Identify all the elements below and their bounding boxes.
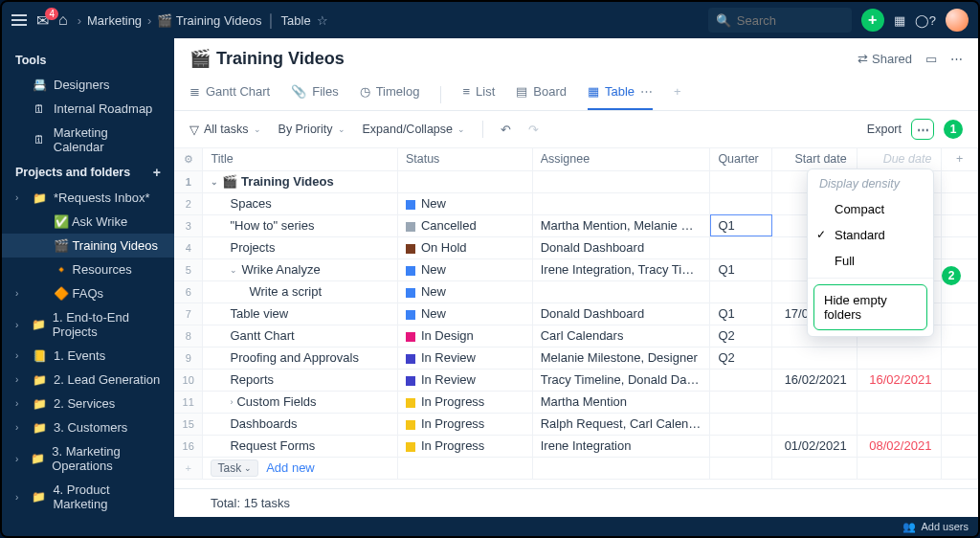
add-users-icon[interactable]: 👥: [902, 521, 916, 533]
column-add[interactable]: +: [942, 148, 978, 170]
create-button[interactable]: +: [861, 9, 884, 32]
sidebar-item[interactable]: ›🔶 FAQs: [2, 281, 174, 305]
menu-icon[interactable]: [11, 14, 27, 26]
density-full[interactable]: Full: [808, 248, 933, 274]
add-users-button[interactable]: Add users: [921, 521, 969, 532]
tab-gantt[interactable]: ≣Gantt Chart: [189, 78, 270, 110]
tab-table[interactable]: ▦Table ⋯: [588, 78, 653, 110]
table-row[interactable]: 9 Proofing and Approvals In Review Melan…: [174, 347, 978, 369]
sidebar-item[interactable]: ›📁2. Lead Generation: [2, 368, 174, 392]
density-standard[interactable]: ✓Standard: [808, 222, 933, 248]
sidebar-section-tools: Tools: [2, 48, 174, 73]
title-icon: 🎬: [189, 48, 211, 69]
sidebar-tool-item[interactable]: 📇Designers: [2, 73, 174, 97]
pin-icon[interactable]: ☆: [317, 13, 328, 28]
display-density-menu: Display density Compact ✓Standard Full H…: [807, 168, 934, 337]
help-icon[interactable]: ◯?: [915, 13, 936, 28]
expand-collapse[interactable]: Expand/Collapse⌄: [363, 123, 466, 136]
sidebar-tool-item[interactable]: 🗓Internal Roadmap: [2, 97, 174, 121]
column-status[interactable]: Status: [397, 148, 532, 170]
avatar[interactable]: [946, 9, 969, 32]
sidebar: Tools 📇Designers🗓Internal Roadmap🗓Market…: [2, 38, 174, 517]
callout-1: 1: [944, 120, 963, 139]
sidebar-item[interactable]: ›📁3. Customers: [2, 415, 174, 439]
sidebar-item[interactable]: ✅ Ask Wrike: [2, 210, 174, 234]
column-title[interactable]: Title: [203, 148, 397, 170]
density-compact[interactable]: Compact: [808, 196, 933, 222]
sidebar-item[interactable]: ›📁*Requests Inbox*: [2, 186, 174, 210]
callout-2: 2: [942, 266, 961, 285]
column-gear[interactable]: ⚙: [174, 148, 203, 170]
table-toolbar: ▽All tasks⌄ By Priority⌄ Expand/Collapse…: [174, 111, 978, 148]
breadcrumb: › Marketing › 🎬 Training Videos │ Table …: [78, 13, 328, 28]
topbar: ✉4 ⌂ › Marketing › 🎬 Training Videos │ T…: [2, 2, 978, 38]
home-icon[interactable]: ⌂: [58, 11, 68, 29]
sidebar-item[interactable]: ›📁1. End-to-End Projects: [2, 305, 174, 344]
sidebar-item[interactable]: 🔸 Resources: [2, 258, 174, 281]
column-start[interactable]: Start date: [772, 148, 858, 170]
sidebar-item[interactable]: 🎬 Training Videos: [2, 234, 174, 258]
folder-icon[interactable]: ▭: [925, 52, 937, 66]
main: 🎬 Training Videos ⇄ Shared ▭ ⋯ ≣Gantt Ch…: [174, 38, 978, 517]
tab-add[interactable]: +: [674, 78, 681, 110]
breadcrumb-current[interactable]: 🎬 Training Videos: [157, 13, 261, 28]
view-tabs: ≣Gantt Chart 📎Files ◷Timelog ≡List ▤Boar…: [174, 73, 978, 111]
tab-board[interactable]: ▤Board: [516, 78, 567, 110]
tab-files[interactable]: 📎Files: [291, 78, 338, 110]
add-project-icon[interactable]: +: [153, 165, 161, 180]
density-header: Display density: [808, 169, 933, 196]
bottom-bar: 👥 Add users: [2, 517, 978, 536]
add-new-row[interactable]: + Task ⌄Add new: [174, 457, 978, 479]
search-input[interactable]: 🔍: [708, 8, 852, 33]
check-icon: ✓: [816, 228, 826, 241]
tab-list[interactable]: ≡List: [462, 78, 495, 110]
shared-button[interactable]: ⇄ Shared: [858, 52, 912, 66]
sidebar-section-projects: Projects and folders +: [2, 159, 174, 186]
sidebar-item[interactable]: ›📁3. Marketing Operations: [2, 439, 174, 478]
breadcrumb-view[interactable]: Table: [281, 13, 311, 28]
filter-all-tasks[interactable]: ▽All tasks⌄: [189, 123, 261, 137]
export-button[interactable]: Export: [867, 123, 902, 136]
table-row[interactable]: 16 Request Forms In Progress Irene Integ…: [174, 435, 978, 457]
sidebar-tool-item[interactable]: 🗓Marketing Calendar: [2, 121, 174, 159]
sidebar-item[interactable]: ›📁2. Services: [2, 392, 174, 415]
tab-timelog[interactable]: ◷Timelog: [360, 78, 420, 110]
table-row[interactable]: 11 ›Custom Fields In Progress Martha Men…: [174, 391, 978, 413]
sidebar-item[interactable]: ›📒1. Events: [2, 344, 174, 368]
redo-icon[interactable]: ↷: [528, 123, 539, 137]
more-header-icon[interactable]: ⋯: [950, 52, 963, 66]
sidebar-item[interactable]: ›📁4. Product Marketing: [2, 478, 174, 516]
table-footer-total: Total: 15 tasks: [174, 488, 978, 517]
sort-by-priority[interactable]: By Priority⌄: [278, 123, 345, 136]
table-row[interactable]: 10 Reports In Review Tracy Timeline, Don…: [174, 369, 978, 391]
search-icon: 🔍: [716, 13, 731, 28]
page-title: 🎬 Training Videos: [189, 48, 345, 69]
apps-icon[interactable]: ▦: [894, 13, 905, 28]
table-more-button[interactable]: ⋯: [911, 119, 934, 140]
column-quarter[interactable]: Quarter: [710, 148, 772, 170]
column-due[interactable]: Due date: [857, 148, 942, 170]
table-row[interactable]: 15 Dashboards In Progress Ralph Request,…: [174, 413, 978, 435]
column-assignee[interactable]: Assignee: [532, 148, 710, 170]
hide-empty-folders[interactable]: Hide empty folders: [813, 284, 927, 330]
inbox-icon[interactable]: ✉4: [36, 11, 49, 30]
undo-icon[interactable]: ↶: [501, 123, 511, 137]
breadcrumb-root[interactable]: Marketing: [87, 13, 142, 28]
inbox-badge: 4: [45, 8, 58, 20]
